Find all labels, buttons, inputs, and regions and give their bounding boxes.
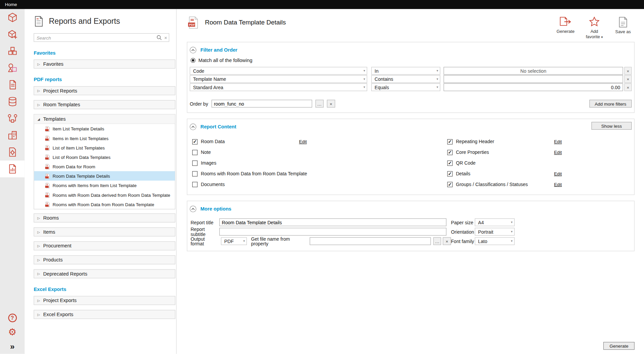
collapse-section-icon[interactable] xyxy=(190,205,197,212)
rail-item-cube-add[interactable] xyxy=(0,26,24,43)
filter-value-field[interactable]: No selection xyxy=(443,67,623,75)
paper-size-select[interactable]: A4 xyxy=(475,218,515,226)
sidebar-item-deprecated-reports[interactable]: Deprecated Reports xyxy=(34,269,175,278)
note-checkbox[interactable] xyxy=(192,150,198,155)
order-by-clear-icon[interactable] xyxy=(327,100,335,108)
remove-filter-icon[interactable] xyxy=(624,75,632,83)
chevron-down-icon xyxy=(511,239,513,243)
pdf-report-icon xyxy=(45,145,50,151)
filter-field-select[interactable]: Code xyxy=(190,67,367,75)
clear-search-icon[interactable] xyxy=(164,35,167,40)
order-by-browse-button[interactable] xyxy=(315,100,323,108)
output-format-label: Output format xyxy=(191,236,219,246)
groups-classifications-checkbox[interactable] xyxy=(447,182,452,187)
show-less-button[interactable]: Show less xyxy=(591,122,632,130)
room-data-checkbox[interactable] xyxy=(192,139,198,144)
save-as-icon xyxy=(618,16,629,28)
filter-operator-select[interactable]: In xyxy=(371,67,440,75)
get-file-name-input[interactable] xyxy=(310,237,431,245)
edit-repeating-header-link[interactable]: Edit xyxy=(554,139,562,144)
collapse-section-icon[interactable] xyxy=(190,47,197,54)
report-detail-panel: PDF Room Data Template Details Generate … xyxy=(177,9,644,354)
pdf-report-icon xyxy=(45,173,50,179)
generate-button[interactable]: Generate xyxy=(554,16,577,40)
add-favorite-button[interactable]: Addfavorite xyxy=(583,16,605,40)
tree-item-rooms-with-items-from-item-list-template[interactable]: Rooms with Items from Item List Template xyxy=(34,181,175,190)
sidebar-item-room-templates[interactable]: Room Templates xyxy=(34,100,175,109)
sidebar-item-favorites[interactable]: Favorites xyxy=(34,60,175,69)
sidebar-item-rooms[interactable]: Rooms xyxy=(34,214,175,223)
rail-item-cube[interactable] xyxy=(0,9,24,26)
filter-value-field[interactable] xyxy=(443,75,623,83)
search-icon[interactable] xyxy=(157,35,162,40)
sidebar-item-templates[interactable]: Templates xyxy=(34,115,175,124)
tree-item-rooms-with-room-data-from-template[interactable]: Rooms with Room Data from Room Data Temp… xyxy=(34,199,175,209)
add-more-filters-button[interactable]: Add more filters xyxy=(589,100,632,108)
output-format-select[interactable]: PDF xyxy=(221,237,247,245)
settings-gear-icon[interactable] xyxy=(8,328,16,337)
file-name-clear-icon[interactable] xyxy=(443,237,451,245)
rail-item-building[interactable] xyxy=(0,127,24,143)
rooms-with-room-data-checkbox[interactable] xyxy=(192,171,198,176)
tree-item-items-in-item-list-templates[interactable]: Items in Item List Templates xyxy=(34,133,175,143)
rail-item-assemblies[interactable] xyxy=(0,43,24,59)
file-name-browse-button[interactable] xyxy=(433,237,441,245)
rail-item-spec-document[interactable] xyxy=(0,144,24,161)
chevron-down-icon xyxy=(437,69,438,72)
sidebar-item-label: Products xyxy=(43,257,63,263)
collapse-section-icon[interactable] xyxy=(190,124,197,130)
filter-operator-select[interactable]: Equals xyxy=(371,83,440,91)
edit-groups-link[interactable]: Edit xyxy=(554,182,562,187)
tree-item-list-of-room-data-templates[interactable]: List of Room Data Templates xyxy=(34,152,175,162)
rail-item-document[interactable] xyxy=(0,76,24,93)
sidebar-item-project-exports[interactable]: Project Exports xyxy=(34,296,175,305)
font-family-select[interactable]: Lato xyxy=(475,237,515,245)
tree-item-room-data-for-room[interactable]: Room Data for Room xyxy=(34,162,175,171)
collapse-triangle-icon xyxy=(37,312,40,316)
tree-item-room-data-template-details[interactable]: Room Data Template Details xyxy=(34,171,175,181)
order-by-input[interactable] xyxy=(211,100,312,108)
chevron-down-icon xyxy=(437,85,438,89)
sidebar-item-excel-exports[interactable]: Excel Exports xyxy=(34,310,175,319)
sidebar-item-items[interactable]: Items xyxy=(34,227,175,236)
content-option-repeating-header: Repeating Header Edit xyxy=(447,136,562,147)
search-input[interactable] xyxy=(34,35,154,40)
sidebar-item-products[interactable]: Products xyxy=(34,255,175,264)
qr-code-checkbox[interactable] xyxy=(447,160,452,166)
expand-chevrons-icon[interactable] xyxy=(10,342,15,350)
repeating-header-checkbox[interactable] xyxy=(447,139,452,144)
cube-icon xyxy=(7,12,18,23)
help-icon[interactable] xyxy=(8,314,17,322)
rail-item-reports[interactable] xyxy=(0,161,24,177)
filter-field-select[interactable]: Standard Area xyxy=(190,83,367,91)
sidebar-item-procurement[interactable]: Procurement xyxy=(34,241,175,250)
tree-item-list-of-item-list-templates[interactable]: List of Item List Templates xyxy=(34,143,175,152)
filter-operator-select[interactable]: Contains xyxy=(371,75,440,83)
filter-field-select[interactable]: Template Name xyxy=(190,75,367,83)
match-all-radio[interactable] xyxy=(191,58,196,63)
edit-room-data-link[interactable]: Edit xyxy=(299,139,307,144)
filter-value-field[interactable]: 0.00 xyxy=(443,83,623,91)
report-content-section: Report Content Show less Room Data Edit xyxy=(187,119,635,195)
rail-item-shapes[interactable] xyxy=(0,60,24,76)
details-checkbox[interactable] xyxy=(447,171,452,176)
report-title-input[interactable] xyxy=(219,218,446,226)
orientation-select[interactable]: Portrait xyxy=(475,228,515,236)
rail-item-process[interactable] xyxy=(0,110,24,127)
sidebar-item-project-reports[interactable]: Project Reports xyxy=(34,86,175,95)
generate-report-button[interactable]: Generate xyxy=(603,342,635,350)
images-checkbox[interactable] xyxy=(192,160,198,166)
sidebar-item-label: Room Templates xyxy=(43,102,80,108)
remove-filter-icon[interactable] xyxy=(624,83,632,91)
edit-details-link[interactable]: Edit xyxy=(554,171,562,176)
home-tab[interactable]: Home xyxy=(5,2,17,7)
core-properties-checkbox[interactable] xyxy=(447,150,452,155)
remove-filter-icon[interactable] xyxy=(624,67,632,75)
documents-checkbox[interactable] xyxy=(192,182,198,187)
rail-item-database[interactable] xyxy=(0,93,24,110)
report-subtitle-input[interactable] xyxy=(219,228,446,236)
tree-item-rooms-with-room-data-derived[interactable]: Rooms with Room Data derived from Room D… xyxy=(34,190,175,199)
save-as-button[interactable]: Save as xyxy=(612,16,634,40)
tree-item-item-list-template-details[interactable]: Item List Template Details xyxy=(34,124,175,133)
edit-core-properties-link[interactable]: Edit xyxy=(554,150,562,155)
